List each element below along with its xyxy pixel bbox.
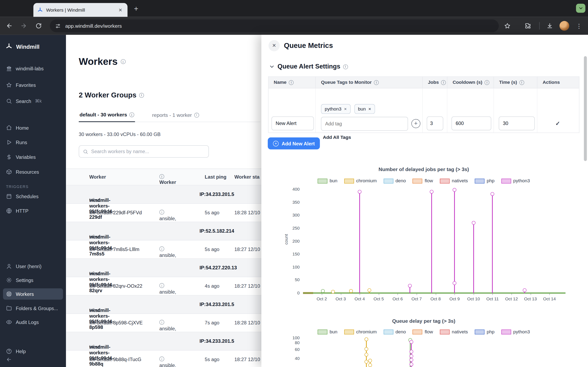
forward-icon[interactable] xyxy=(17,20,30,32)
reload-icon[interactable] xyxy=(32,20,45,32)
info-icon[interactable] xyxy=(484,80,489,85)
info-icon[interactable] xyxy=(159,247,164,251)
x-axis-tickmark xyxy=(322,294,322,295)
stem-chromium xyxy=(333,292,334,293)
tag-chip-bun: bun × xyxy=(354,104,375,114)
sidebar-item-runs[interactable]: Runs xyxy=(3,137,63,148)
windmill-logo[interactable]: Windmill xyxy=(5,40,40,52)
site-settings-icon[interactable] xyxy=(55,23,61,29)
sidebar-item-settings[interactable]: Settings xyxy=(3,275,63,286)
legend-item-php[interactable]: php xyxy=(475,329,494,334)
legend-item-php[interactable]: php xyxy=(475,178,494,184)
sidebar-item-audit-logs[interactable]: Audit Logs xyxy=(3,317,63,328)
confirm-alert-icon[interactable]: ✓ xyxy=(555,120,560,127)
legend-item-nativets[interactable]: nativets xyxy=(440,329,468,334)
marker-bun xyxy=(321,289,324,293)
drawer-scrollbar[interactable] xyxy=(583,35,588,367)
info-icon[interactable] xyxy=(159,210,164,215)
toolbar-divider xyxy=(539,22,540,30)
info-icon[interactable] xyxy=(343,64,348,69)
sidebar-item-home[interactable]: Home xyxy=(3,122,63,133)
info-icon[interactable] xyxy=(194,113,199,117)
bookmark-star-icon[interactable] xyxy=(501,20,514,32)
close-drawer-button[interactable]: × xyxy=(268,40,280,51)
sidebar-item-schedules[interactable]: Schedules xyxy=(3,191,63,202)
add-all-tags-link[interactable]: Add All Tags xyxy=(323,135,351,140)
sidebar-item-folders-groups[interactable]: Folders & Groups... xyxy=(3,303,63,314)
sidebar-item-favorites[interactable]: Favorites xyxy=(3,79,63,91)
legend-item-flow[interactable]: flow xyxy=(413,329,433,334)
legend-item-chromium[interactable]: chromium xyxy=(344,178,377,184)
info-icon[interactable] xyxy=(159,357,164,361)
sidebar-item-workspace[interactable]: windmill-labs xyxy=(3,63,63,74)
chart2-legend: bunchromiumdenoflownativetsphppython3 xyxy=(281,329,566,334)
legend-item-bun[interactable]: bun xyxy=(318,329,337,334)
marker-chromium xyxy=(368,363,372,367)
time-input[interactable] xyxy=(499,117,535,130)
collapse-sidebar-button[interactable] xyxy=(3,354,14,365)
legend-label: flow xyxy=(425,329,433,334)
legend-item-python3[interactable]: python3 xyxy=(501,329,530,334)
info-icon[interactable] xyxy=(159,320,164,325)
scrollbar-thumb[interactable] xyxy=(584,56,587,161)
legend-label: flow xyxy=(425,178,433,184)
info-icon[interactable] xyxy=(139,93,144,98)
workspace-icon xyxy=(6,66,12,71)
info-icon[interactable] xyxy=(159,174,164,179)
new-tab-button[interactable]: + xyxy=(131,4,141,13)
legend-item-chromium[interactable]: chromium xyxy=(344,329,377,334)
legend-label: nativets xyxy=(452,178,468,184)
sidebar-item-variables[interactable]: Variables xyxy=(3,151,63,162)
info-icon[interactable] xyxy=(519,80,524,85)
marker-chromium xyxy=(368,359,372,362)
profile-avatar[interactable] xyxy=(559,21,569,31)
worker-search[interactable] xyxy=(79,145,209,158)
chart1-y-axis-label: count xyxy=(284,228,288,250)
add-tag-button[interactable]: + xyxy=(411,119,420,128)
tab-reports-group[interactable]: reports - 1 worker xyxy=(151,110,200,122)
browser-update-button[interactable] xyxy=(576,4,585,13)
legend-item-deno[interactable]: deno xyxy=(383,178,406,184)
info-icon[interactable] xyxy=(129,112,134,117)
legend-item-deno[interactable]: deno xyxy=(383,329,406,334)
y-axis-tick: 150 xyxy=(285,252,300,256)
legend-item-python3[interactable]: python3 xyxy=(501,178,530,184)
legend-item-nativets[interactable]: nativets xyxy=(440,178,468,184)
legend-item-flow[interactable]: flow xyxy=(413,178,433,184)
queue-metrics-drawer: × Queue Metrics Queue Alert Settings Nam… xyxy=(261,35,588,367)
legend-item-bun[interactable]: bun xyxy=(318,178,337,184)
extensions-puzzle-icon[interactable] xyxy=(521,20,534,32)
jobs-input[interactable] xyxy=(427,117,443,130)
cooldown-input[interactable] xyxy=(451,117,491,130)
remove-tag-icon[interactable]: × xyxy=(344,106,347,112)
downloads-icon[interactable] xyxy=(543,20,556,32)
worker-search-input[interactable] xyxy=(91,149,205,154)
browser-tab[interactable]: Workers | Windmill × xyxy=(33,3,127,17)
stem-python3 xyxy=(454,190,455,293)
tab-close-icon[interactable]: × xyxy=(117,7,124,13)
info-icon[interactable] xyxy=(121,59,126,64)
browser-menu-icon[interactable]: ⋮ xyxy=(573,20,585,32)
info-icon[interactable] xyxy=(374,80,379,85)
address-bar[interactable]: app.windmill.dev/workers xyxy=(50,20,499,32)
tab-default-group[interactable]: default - 30 workers xyxy=(79,110,135,122)
marker-python3 xyxy=(491,192,494,196)
url-text[interactable]: app.windmill.dev/workers xyxy=(65,23,122,29)
sidebar-item-search[interactable]: Search ⌘k xyxy=(3,95,63,107)
sidebar-item-http[interactable]: HTTP xyxy=(3,205,63,217)
alert-name-input[interactable] xyxy=(272,117,314,130)
add-new-alert-button[interactable]: + Add New Alert xyxy=(268,137,320,150)
queue-alert-settings-header[interactable]: Queue Alert Settings xyxy=(269,63,348,71)
sidebar-item-user[interactable]: User (henri) xyxy=(3,261,63,272)
sidebar-item-resources[interactable]: Resources xyxy=(3,166,63,178)
add-tag-input[interactable] xyxy=(321,117,408,131)
info-icon[interactable] xyxy=(441,80,446,85)
back-icon[interactable] xyxy=(3,20,16,32)
sidebar-item-workers[interactable]: Workers xyxy=(3,288,63,300)
info-icon[interactable] xyxy=(159,283,164,288)
x-axis-tick: Oct 9 xyxy=(445,297,464,301)
x-axis-tickmark xyxy=(398,294,398,295)
info-icon[interactable] xyxy=(289,80,294,85)
remove-tag-icon[interactable]: × xyxy=(368,106,371,112)
stem-python3 xyxy=(410,286,410,293)
